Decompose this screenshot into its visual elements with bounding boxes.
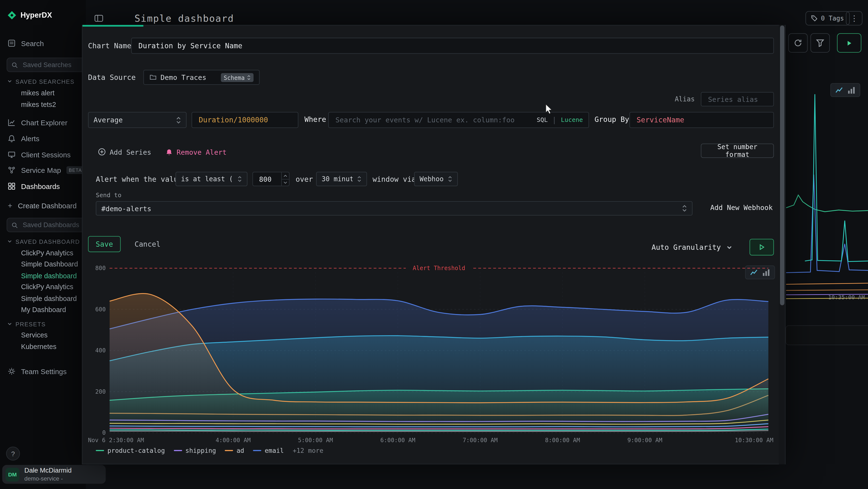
help-button[interactable]: ? (6, 447, 20, 461)
sql-toggle[interactable]: SQL (537, 116, 548, 123)
sidebar: HyperDX Search SAVED SEARCHES mikes aler… (0, 0, 86, 489)
updown-chevron-icon (247, 75, 251, 80)
stepper-up-icon[interactable] (282, 173, 289, 179)
bell-icon (8, 135, 16, 142)
service-map-icon (8, 166, 16, 174)
schema-badge[interactable]: Schema (221, 73, 253, 82)
set-number-format-button[interactable]: Set number format (701, 144, 774, 158)
granularity-select[interactable]: Auto Granularity (651, 239, 733, 256)
save-button[interactable]: Save (88, 236, 121, 252)
alert-threshold-input[interactable] (258, 174, 279, 184)
bell-icon (165, 148, 173, 155)
legend-more[interactable]: +12 more (293, 447, 323, 455)
field-expression-input[interactable] (198, 115, 292, 125)
user-org: demo-service - (24, 475, 72, 482)
group-by-input[interactable] (636, 115, 768, 125)
aggregation-select[interactable]: Average (88, 112, 187, 128)
chart-name-field[interactable] (131, 38, 774, 54)
active-tab-indicator (83, 25, 144, 27)
alias-input[interactable] (707, 94, 768, 104)
aggregation-value: Average (94, 116, 172, 124)
plus-icon: + (8, 201, 12, 210)
duration-chart[interactable]: Alert Threshold0200400600800Nov 6 2:30:0… (88, 261, 774, 447)
alert-channel-select[interactable]: Webhook (414, 172, 458, 186)
dashboard-list-item[interactable]: Simple Dashboard (0, 259, 86, 270)
legend-dash (96, 450, 104, 451)
folder-icon (150, 74, 157, 81)
dashboard-list-item-active[interactable]: Simple dashboard (0, 270, 86, 282)
beta-badge: BETA (66, 166, 84, 174)
svg-text:5:00:00 AM: 5:00:00 AM (298, 437, 333, 443)
saved-searches-input[interactable] (22, 60, 84, 69)
sidebar-item-chart-explorer[interactable]: Chart Explorer (0, 116, 94, 128)
legend-item[interactable]: email (253, 447, 284, 455)
legend-label: shipping (185, 447, 216, 455)
legend-item[interactable]: shipping (174, 447, 216, 455)
data-source-select[interactable]: Demo Traces Schema (144, 70, 260, 85)
kebab-menu-button[interactable]: ⋮ (846, 11, 863, 26)
group-by-field[interactable] (629, 112, 774, 128)
hyperdx-logo-icon (8, 11, 16, 19)
field-expression[interactable] (191, 112, 298, 128)
dashboard-list-item[interactable]: ClickPy Analytics (0, 281, 86, 293)
sidebar-toggle-button[interactable] (92, 11, 105, 25)
number-stepper (281, 172, 289, 185)
where-input[interactable] (334, 115, 532, 125)
sidebar-item-search[interactable]: Search (0, 37, 94, 50)
alias-field[interactable] (701, 92, 774, 107)
alert-threshold-field[interactable] (252, 172, 289, 186)
add-new-webhook-button[interactable]: Add New Webhook (707, 203, 776, 212)
brand-logo[interactable]: HyperDX (8, 11, 52, 19)
saved-searches-section[interactable]: SAVED SEARCHES (0, 77, 86, 85)
updown-chevron-icon (682, 204, 687, 212)
alert-window-select[interactable]: 30 minute (316, 172, 367, 186)
legend-item[interactable]: product-catalog (96, 447, 165, 455)
data-source-value: Demo Traces (161, 73, 217, 81)
saved-search-item[interactable]: mikes tets2 (0, 99, 86, 110)
updown-chevron-icon (357, 176, 362, 182)
saved-dashboards-section[interactable]: SAVED DASHBOARD (0, 237, 86, 246)
saved-dashboards-input[interactable] (22, 221, 84, 230)
saved-searches-search[interactable] (7, 58, 89, 72)
presets-section[interactable]: PRESETS (0, 320, 86, 328)
scrollbar-thumb[interactable] (780, 26, 784, 305)
lucene-toggle[interactable]: Lucene (561, 116, 583, 123)
chart-legend: product-catalogshippingademail+12 more (96, 447, 323, 455)
chart-editor-panel: Chart Name Data Source Demo Traces Schem… (82, 25, 785, 464)
preset-item-kubernetes[interactable]: Kubernetes (0, 341, 86, 353)
legend-dash (225, 450, 233, 451)
sidebar-item-alerts[interactable]: Alerts (0, 133, 94, 145)
run-chart-button[interactable] (750, 239, 774, 256)
create-dashboard-button[interactable]: + Create Dashboard (0, 200, 94, 212)
alert-over-label: over (296, 175, 313, 183)
dashboard-list-item[interactable]: ClickPy Analytics (0, 247, 86, 259)
refresh-button[interactable] (788, 33, 807, 53)
legend-label: email (265, 447, 284, 455)
user-menu[interactable]: DM Dale McDiarmid demo-service - (2, 465, 105, 484)
underlay-run-button[interactable] (837, 33, 861, 53)
sidebar-item-team-settings[interactable]: Team Settings (0, 365, 94, 377)
sidebar-item-label: Search (21, 39, 44, 47)
saved-search-item[interactable]: mikes alert (0, 87, 86, 98)
dashboard-list-item[interactable]: My Dashboard (0, 304, 86, 315)
sidebar-item-dashboards[interactable]: Dashboards (0, 180, 94, 192)
page-title: Simple dashboard (134, 13, 234, 24)
alert-condition-select[interactable]: is at least (≥) (176, 172, 247, 186)
saved-dashboards-search[interactable] (7, 218, 89, 232)
preset-item-services[interactable]: Services (0, 329, 86, 341)
stepper-down-icon[interactable] (282, 179, 289, 185)
sidebar-item-client-sessions[interactable]: Client Sessions (0, 148, 94, 161)
brand-name: HyperDX (21, 11, 52, 19)
filter-button[interactable] (810, 33, 830, 53)
webhook-select[interactable]: #demo-alerts (96, 201, 692, 215)
underlay-chart[interactable] (786, 78, 868, 305)
chart-name-input[interactable] (137, 41, 768, 51)
add-series-button[interactable]: Add Series (95, 145, 155, 159)
kebab-menu-icon: ⋮ (850, 14, 858, 23)
cancel-button[interactable]: Cancel (131, 239, 164, 249)
sidebar-item-service-map[interactable]: Service Map BETA (0, 164, 94, 176)
tags-button[interactable]: 0 Tags (806, 11, 850, 26)
remove-alert-button[interactable]: Remove Alert (162, 145, 230, 159)
legend-item[interactable]: ad (225, 447, 244, 455)
dashboard-list-item[interactable]: Simple dashboard (0, 292, 86, 304)
